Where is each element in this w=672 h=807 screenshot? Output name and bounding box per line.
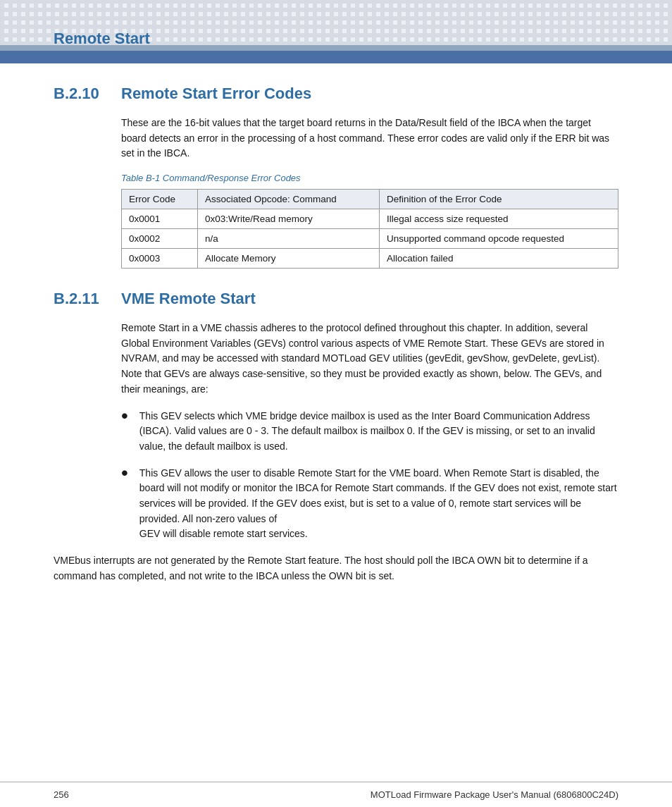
section-b210-intro: These are the 16-bit values that the tar… [121, 116, 618, 161]
manual-title: MOTLoad Firmware Package User's Manual (… [371, 789, 618, 800]
table-cell-2-2: Allocation failed [379, 249, 618, 269]
error-codes-table: Error Code Associated Opcode: Command De… [121, 189, 618, 269]
table-row: 0x00010x03:Write/Read memoryIllegal acce… [122, 209, 618, 229]
section-b211-number: B.2.11 [54, 290, 110, 308]
col-error-code: Error Code [122, 190, 198, 209]
section-b211-title: VME Remote Start [121, 290, 256, 308]
bullet-dot: • [121, 406, 128, 426]
table-cell-1-0: 0x0002 [122, 229, 198, 249]
page-header: Remote Start [0, 0, 672, 63]
section-b210-heading: B.2.10 Remote Start Error Codes [54, 85, 618, 103]
bullet-list: •This GEV selects which VME bridge devic… [121, 409, 618, 543]
table-cell-0-0: 0x0001 [122, 209, 198, 229]
bullet-text: This GEV allows the user to disable Remo… [139, 466, 618, 542]
table-cell-2-0: 0x0003 [122, 249, 198, 269]
table-cell-0-1: 0x03:Write/Read memory [198, 209, 380, 229]
col-opcode: Associated Opcode: Command [198, 190, 380, 209]
section-b211-intro: Remote Start in a VME chassis adheres to… [121, 321, 618, 397]
header-bar [0, 51, 672, 63]
bullet-item-0: •This GEV selects which VME bridge devic… [121, 409, 618, 455]
section-b211: B.2.11 VME Remote Start Remote Start in … [54, 290, 618, 584]
bullet-text: This GEV selects which VME bridge device… [139, 409, 618, 455]
table-header-row: Error Code Associated Opcode: Command De… [122, 190, 618, 209]
col-definition: Definition of the Error Code [379, 190, 618, 209]
table-cell-0-2: Illegal access size requested [379, 209, 618, 229]
main-content: B.2.10 Remote Start Error Codes These ar… [0, 63, 672, 616]
table-caption: Table B-1 Command/Response Error Codes [121, 173, 618, 183]
section-b211-footer-text: VMEbus interrupts are not generated by t… [54, 553, 618, 584]
section-b210-title: Remote Start Error Codes [121, 85, 311, 103]
section-b211-heading: B.2.11 VME Remote Start [54, 290, 618, 308]
table-cell-2-1: Allocate Memory [198, 249, 380, 269]
bullet-dot: • [121, 463, 128, 483]
table-row: 0x0002n/aUnsupported command opcode requ… [122, 229, 618, 249]
section-b210-number: B.2.10 [54, 85, 110, 103]
table-cell-1-2: Unsupported command opcode requested [379, 229, 618, 249]
table-row: 0x0003Allocate MemoryAllocation failed [122, 249, 618, 269]
header-subbar [0, 45, 672, 51]
page-footer: 256 MOTLoad Firmware Package User's Manu… [0, 782, 672, 807]
bullet-item-1: •This GEV allows the user to disable Rem… [121, 466, 618, 542]
table-cell-1-1: n/a [198, 229, 380, 249]
page-number: 256 [54, 789, 69, 800]
